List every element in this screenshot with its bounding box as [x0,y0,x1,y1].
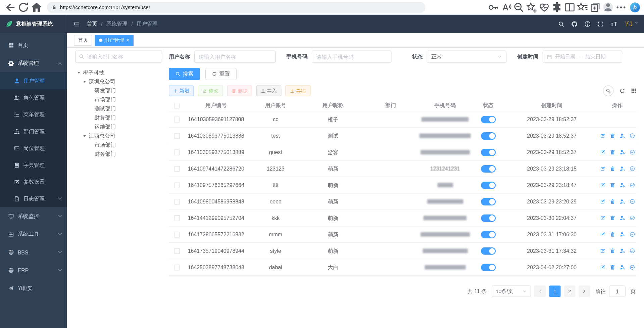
tree-node-2[interactable]: 研发部门 [75,86,162,95]
app-logo[interactable]: 意框架管理系统 [0,15,67,33]
browser-back-button[interactable] [4,1,16,13]
status-select[interactable]: 正常 [427,51,506,63]
sidebar-item-3[interactable]: 系统工具 [0,225,67,243]
tree-node-9[interactable]: 财务部门 [75,149,162,158]
edit-button[interactable]: 修改 [198,86,223,96]
reset-password-button[interactable] [620,232,625,237]
github-icon[interactable] [571,21,577,27]
edit-row-button[interactable] [600,232,605,237]
close-tab-icon[interactable]: × [126,37,129,43]
status-toggle[interactable] [481,148,496,156]
tab-home[interactable]: 首页 [74,35,92,45]
delete-row-button[interactable] [610,215,615,221]
reset-password-button[interactable] [620,248,625,253]
tree-node-1[interactable]: 深圳总公司 [75,77,162,86]
favorites-bar-icon[interactable] [577,1,588,13]
read-aloud-icon[interactable] [500,1,512,13]
sidebar-subitem-1-0[interactable]: 用户管理 [0,72,67,89]
status-toggle[interactable] [481,264,496,271]
browser-home-button[interactable] [31,1,43,13]
column-settings-button[interactable] [631,88,637,94]
tree-node-8[interactable]: 市场部门 [75,141,162,150]
header-search-icon[interactable] [558,21,564,27]
font-size-icon[interactable]: тT [611,20,617,27]
assign-role-button[interactable] [630,199,635,204]
avatar-caret-icon[interactable] [635,21,638,25]
sidebar-subitem-1-7[interactable]: 日志管理 [0,190,67,207]
export-button[interactable]: 导出 [286,86,311,96]
row-checkbox[interactable] [174,116,180,122]
browser-essentials-icon[interactable] [538,1,550,13]
sidebar-item-2[interactable]: 系统监控 [0,207,67,225]
reset-button[interactable]: 重置 [205,68,237,80]
search-button[interactable]: 搜索 [169,68,200,80]
delete-row-button[interactable] [610,166,615,171]
delete-row-button[interactable] [610,133,615,139]
zoom-icon[interactable] [513,1,525,13]
status-toggle[interactable] [481,247,496,254]
browser-menu-icon[interactable] [615,1,627,13]
status-toggle[interactable] [481,198,496,205]
sidebar-subitem-1-5[interactable]: 字典管理 [0,156,67,173]
assign-role-button[interactable] [630,265,635,270]
delete-row-button[interactable] [610,182,615,188]
date-range-picker[interactable]: 开始日期 - 结束日期 [543,51,622,63]
phone-input[interactable] [312,51,391,63]
edit-row-button[interactable] [600,133,605,139]
tree-node-7[interactable]: 江西总公司 [75,132,162,141]
sidebar-subitem-1-4[interactable]: 岗位管理 [0,140,67,156]
delete-row-button[interactable] [610,265,615,270]
sidebar-item-0[interactable]: 首页 [0,36,67,54]
assign-role-button[interactable] [630,182,635,188]
password-key-icon[interactable] [488,1,499,13]
reset-password-button[interactable] [620,133,625,139]
breadcrumb-home[interactable]: 首页 [87,20,97,28]
assign-role-button[interactable] [630,166,635,171]
toggle-search-button[interactable] [603,86,614,96]
edit-row-button[interactable] [600,182,605,188]
tab-user-management[interactable]: 用户管理 × [95,35,134,45]
browser-profile-avatar[interactable] [603,2,613,12]
tree-node-5[interactable]: 财务部门 [75,113,162,123]
row-checkbox[interactable] [174,149,180,155]
refresh-table-button[interactable] [620,88,625,94]
delete-button[interactable]: 删除 [227,86,252,96]
row-checkbox[interactable] [174,215,180,221]
edit-row-button[interactable] [600,248,605,253]
help-icon[interactable] [585,21,591,27]
sidebar-subitem-1-6[interactable]: 参数设置 [0,173,67,190]
status-toggle[interactable] [481,116,496,123]
address-bar[interactable]: https://ccnetcore.com:1101/system/user [47,2,426,13]
row-checkbox[interactable] [174,199,180,204]
add-button[interactable]: 新增 [169,86,194,96]
assign-role-button[interactable] [630,248,635,253]
reset-password-button[interactable] [620,166,625,171]
tree-node-4[interactable]: 测试部门 [75,104,162,113]
extensions-icon[interactable] [551,1,562,13]
edit-row-button[interactable] [600,265,605,270]
tree-node-0[interactable]: 橙子科技 [75,68,162,77]
tree-node-3[interactable]: 市场部门 [75,95,162,104]
favorite-star-icon[interactable] [526,1,537,13]
goto-page-input[interactable] [609,286,626,297]
assign-role-button[interactable] [630,149,635,155]
tree-node-6[interactable]: 运维部门 [75,123,162,132]
user-avatar[interactable]: YJ [624,20,632,28]
status-toggle[interactable] [481,132,496,139]
edit-row-button[interactable] [600,149,605,155]
status-toggle[interactable] [481,231,496,238]
assign-role-button[interactable] [630,133,635,139]
bing-icon[interactable]: b [630,2,640,12]
next-page-button[interactable] [579,286,590,297]
browser-refresh-button[interactable] [17,1,30,13]
row-checkbox[interactable] [174,232,180,237]
sidebar-subitem-1-1[interactable]: 角色管理 [0,89,67,106]
row-checkbox[interactable] [174,248,180,254]
sidebar-item-4[interactable]: BBS [0,243,67,262]
delete-row-button[interactable] [610,149,615,155]
page-button-2[interactable]: 2 [564,286,575,297]
sidebar-item-1[interactable]: 系统管理 [0,54,67,73]
edit-row-button[interactable] [600,215,605,221]
sidebar-item-6[interactable]: Yi框架 [0,279,67,297]
assign-role-button[interactable] [630,215,635,221]
